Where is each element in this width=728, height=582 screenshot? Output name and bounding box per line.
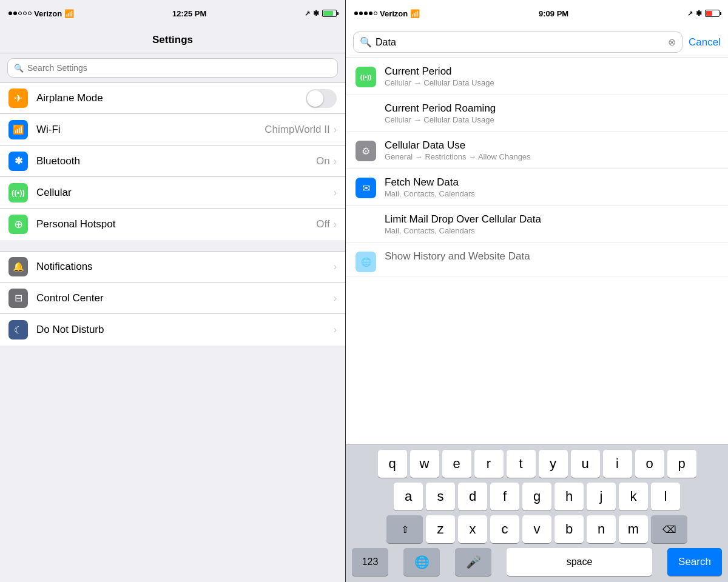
dnd-chevron-icon: › bbox=[334, 324, 337, 335]
key-z[interactable]: z bbox=[426, 515, 455, 543]
bluetooth-status-icon: ✱ bbox=[313, 9, 319, 18]
section-gap bbox=[0, 240, 345, 251]
key-y[interactable]: y bbox=[539, 450, 568, 478]
search-key[interactable]: Search bbox=[667, 548, 722, 576]
settings-item-bluetooth[interactable]: ✱ Bluetooth On › bbox=[0, 146, 345, 177]
search-nav: 🔍 ⊗ Cancel bbox=[346, 27, 728, 58]
result-limit-mail-title: Limit Mail Drop Over Cellular Data bbox=[385, 213, 718, 226]
result-limit-mail-text: Limit Mail Drop Over Cellular Data Mail,… bbox=[385, 213, 718, 235]
keyboard-row-1: q w e r t y u i o p bbox=[348, 450, 726, 478]
settings-item-wifi[interactable]: 📶 Wi-Fi ChimpWorld II › bbox=[0, 114, 345, 146]
cancel-button[interactable]: Cancel bbox=[689, 36, 721, 48]
search-nav-magnifier-icon: 🔍 bbox=[360, 36, 372, 48]
right-status-bar: Verizon 📶 9:09 PM ↗ ✱ bbox=[346, 0, 728, 27]
result-current-period-roaming[interactable]: Current Period Roaming Cellular → Cellul… bbox=[346, 95, 728, 132]
signal-dot-1 bbox=[8, 12, 12, 15]
search-input[interactable] bbox=[27, 63, 331, 73]
bluetooth-chevron-icon: › bbox=[334, 156, 337, 167]
bluetooth-value: On bbox=[316, 155, 330, 167]
settings-item-airplane[interactable]: ✈ Airplane Mode bbox=[0, 82, 345, 114]
settings-item-hotspot[interactable]: ⊕ Personal Hotspot Off › bbox=[0, 209, 345, 240]
key-b[interactable]: b bbox=[554, 515, 584, 543]
key-q[interactable]: q bbox=[378, 450, 407, 478]
key-x[interactable]: x bbox=[458, 515, 487, 543]
result-limit-mail-drop[interactable]: Limit Mail Drop Over Cellular Data Mail,… bbox=[346, 206, 728, 243]
key-v[interactable]: v bbox=[522, 515, 551, 543]
keyboard[interactable]: q w e r t y u i o p a s d f g h j k l ⇧ … bbox=[346, 444, 728, 582]
key-r[interactable]: r bbox=[474, 450, 504, 478]
key-w[interactable]: w bbox=[410, 450, 439, 478]
notifications-icon: 🔔 bbox=[8, 257, 28, 276]
settings-item-dnd[interactable]: ☾ Do Not Disturb › bbox=[0, 314, 345, 346]
right-battery-icon bbox=[705, 10, 720, 17]
settings-title: Settings bbox=[152, 34, 193, 46]
result-fetch-new-data[interactable]: ✉ Fetch New Data Mail, Contacts, Calenda… bbox=[346, 169, 728, 206]
settings-group-2: 🔔 Notifications › ⊟ Control Center › ☾ D… bbox=[0, 251, 345, 346]
right-battery-fill bbox=[706, 11, 712, 16]
key-k[interactable]: k bbox=[619, 483, 648, 510]
settings-item-cellular[interactable]: ((•)) Cellular › bbox=[0, 177, 345, 209]
cellular-label: Cellular bbox=[36, 187, 334, 199]
key-c[interactable]: c bbox=[490, 515, 519, 543]
key-i[interactable]: i bbox=[603, 450, 632, 478]
key-s[interactable]: s bbox=[426, 483, 455, 510]
globe-result-icon: 🌐 bbox=[356, 252, 376, 272]
key-j[interactable]: j bbox=[587, 483, 616, 510]
keyboard-bottom-row: 123 🌐 🎤 space Search bbox=[348, 548, 726, 576]
key-a[interactable]: a bbox=[394, 483, 423, 510]
key-e[interactable]: e bbox=[442, 450, 471, 478]
key-h[interactable]: h bbox=[554, 483, 584, 510]
wifi-value: ChimpWorld II bbox=[265, 124, 329, 136]
result-current-period[interactable]: ((•)) Current Period Cellular → Cellular… bbox=[346, 58, 728, 95]
dnd-label: Do Not Disturb bbox=[36, 324, 334, 336]
result-cellular-data-use[interactable]: ⚙ Cellular Data Use General → Restrictio… bbox=[346, 132, 728, 169]
hotspot-value: Off bbox=[316, 218, 329, 230]
right-phone: Verizon 📶 9:09 PM ↗ ✱ 🔍 ⊗ Cancel ((•)) C… bbox=[346, 0, 728, 582]
key-t[interactable]: t bbox=[507, 450, 536, 478]
search-nav-input[interactable] bbox=[376, 37, 664, 48]
key-o[interactable]: o bbox=[635, 450, 664, 478]
microphone-key[interactable]: 🎤 bbox=[455, 548, 491, 576]
airplane-toggle[interactable] bbox=[306, 89, 337, 108]
toggle-knob bbox=[307, 90, 323, 107]
result-current-period-subtitle: Cellular → Cellular Data Usage bbox=[385, 78, 718, 87]
control-center-label: Control Center bbox=[36, 292, 334, 304]
search-bar-container: 🔍 bbox=[0, 53, 345, 82]
key-m[interactable]: m bbox=[619, 515, 648, 543]
r-signal-dot-3 bbox=[364, 12, 368, 15]
bluetooth-icon: ✱ bbox=[8, 152, 28, 171]
direction-icon: ↗ bbox=[305, 10, 310, 18]
hotspot-chevron-icon: › bbox=[334, 219, 337, 230]
delete-key[interactable]: ⌫ bbox=[651, 515, 687, 543]
space-key[interactable]: space bbox=[507, 548, 652, 576]
settings-group-1: ✈ Airplane Mode 📶 Wi-Fi ChimpWorld II › … bbox=[0, 82, 345, 240]
key-p[interactable]: p bbox=[667, 450, 696, 478]
search-wrapper[interactable]: 🔍 bbox=[7, 58, 338, 78]
battery-icon bbox=[322, 10, 337, 17]
key-n[interactable]: n bbox=[587, 515, 616, 543]
globe-key[interactable]: 🌐 bbox=[403, 548, 440, 576]
key-f[interactable]: f bbox=[490, 483, 519, 510]
mail-result-icon: ✉ bbox=[356, 178, 376, 198]
clear-search-button[interactable]: ⊗ bbox=[668, 36, 676, 48]
right-direction-icon: ↗ bbox=[687, 10, 693, 18]
result-cellular-data-subtitle: General → Restrictions → Allow Changes bbox=[385, 152, 718, 161]
settings-item-control-center[interactable]: ⊟ Control Center › bbox=[0, 283, 345, 314]
cellular-icon: ((•)) bbox=[8, 183, 28, 202]
result-partial[interactable]: 🌐 Show History and Website Data bbox=[346, 243, 728, 277]
numbers-key[interactable]: 123 bbox=[352, 548, 388, 576]
left-status-bar: Verizon 📶 12:25 PM ↗ ✱ bbox=[0, 0, 345, 27]
key-d[interactable]: d bbox=[458, 483, 487, 510]
signal-dot-4 bbox=[23, 12, 27, 15]
right-bluetooth-icon: ✱ bbox=[696, 9, 702, 18]
signal-dot-3 bbox=[18, 12, 22, 15]
gear-result-icon: ⚙ bbox=[356, 141, 376, 161]
search-nav-input-wrapper[interactable]: 🔍 ⊗ bbox=[353, 32, 682, 53]
key-l[interactable]: l bbox=[651, 483, 680, 510]
settings-item-notifications[interactable]: 🔔 Notifications › bbox=[0, 251, 345, 283]
result-roaming-text: Current Period Roaming Cellular → Cellul… bbox=[385, 102, 718, 124]
shift-key[interactable]: ⇧ bbox=[386, 515, 423, 543]
key-g[interactable]: g bbox=[522, 483, 551, 510]
left-status-left: Verizon 📶 bbox=[8, 9, 74, 18]
key-u[interactable]: u bbox=[571, 450, 600, 478]
